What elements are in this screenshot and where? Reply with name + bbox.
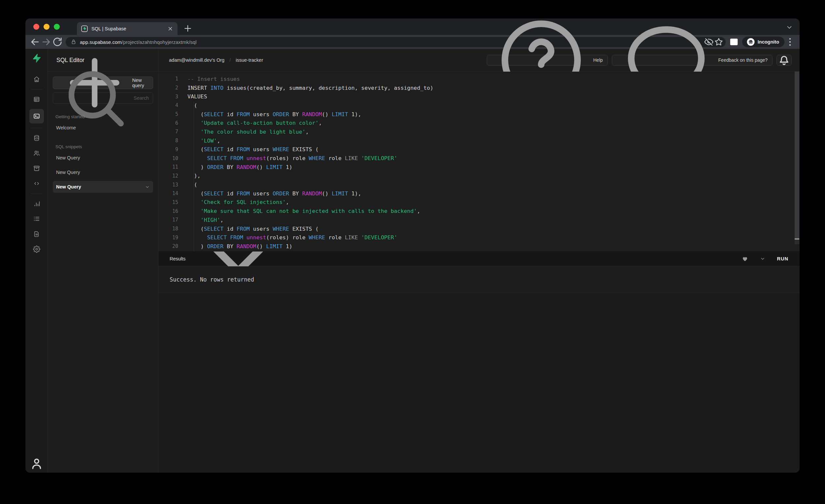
code-line-7[interactable]: 7 'The color should be light blue', — [158, 127, 800, 136]
account-icon[interactable] — [25, 456, 48, 471]
side-panel-icon[interactable] — [728, 36, 740, 48]
bar-chart-icon — [33, 200, 40, 207]
tab-title: SQL | Supabase — [91, 26, 167, 31]
code-line-9[interactable]: 9 (SELECT id FROM users WHERE EXISTS ( — [158, 145, 800, 154]
rail-item-storage[interactable] — [25, 161, 48, 176]
sidebar-item-new-query[interactable]: New Query — [53, 166, 153, 178]
sidebar-section-label: SQL snippets — [56, 144, 150, 149]
line-number: 3 — [158, 94, 178, 100]
sidebar-item-label: New Query — [56, 170, 80, 175]
code-text: SELECT FROM unnest(roles) role WHERE rol… — [178, 155, 397, 161]
code-line-15[interactable]: 15 'Check for SQL injections', — [158, 198, 800, 207]
code-line-6[interactable]: 6 'Update call-to-action button color', — [158, 119, 800, 127]
breadcrumb-org[interactable]: adam@windmill.dev's Org — [169, 57, 224, 63]
code-line-8[interactable]: 8 'LOW', — [158, 136, 800, 145]
rail-item-authentication[interactable] — [25, 146, 48, 161]
new-query-button-label: New query — [132, 78, 149, 88]
sidebar-item-new-query[interactable]: New Query — [53, 181, 153, 193]
favorite-heart-icon[interactable] — [742, 256, 748, 262]
breadcrumb-separator: / — [229, 57, 231, 63]
minimize-window-button[interactable] — [44, 24, 50, 30]
rail-divider — [31, 194, 43, 194]
new-tab-button[interactable] — [183, 23, 193, 33]
notifications-button[interactable] — [776, 55, 792, 66]
code-line-10[interactable]: 10 SELECT FROM unnest(roles) role WHERE … — [158, 154, 800, 163]
tab-close-icon[interactable] — [167, 25, 173, 32]
incognito-badge: Incognito — [742, 37, 784, 47]
line-number: 5 — [158, 111, 178, 117]
browser-menu-kebab-icon[interactable] — [784, 36, 796, 48]
supabase-logo-icon[interactable] — [32, 53, 42, 63]
code-line-18[interactable]: 18 (SELECT id FROM users WHERE EXISTS ( — [158, 224, 800, 233]
scrollbar-thumb[interactable] — [795, 72, 799, 238]
code-text: INSERT INTO issues(created_by, summary, … — [178, 85, 433, 91]
run-options-chevron-icon[interactable] — [760, 256, 765, 262]
help-button[interactable]: Help — [487, 55, 608, 66]
code-line-21[interactable]: 21 ), — [158, 251, 800, 251]
zoom-window-button[interactable] — [54, 24, 60, 30]
code-text: 'Make sure that SQL can not be injected … — [178, 208, 420, 214]
code-text: ) ORDER BY RANDOM() LIMIT 1) — [178, 164, 292, 170]
code-text: 'Update call-to-action button color', — [178, 120, 322, 126]
line-number: 14 — [158, 191, 178, 196]
code-text: 'HIGH', — [178, 217, 223, 223]
lock-icon — [71, 39, 77, 45]
rail-item-settings[interactable] — [25, 241, 48, 257]
code-line-13[interactable]: 13 ( — [158, 180, 800, 189]
code-line-3[interactable]: 3VALUES — [158, 92, 800, 101]
rail-item-logs[interactable] — [25, 211, 48, 226]
rail-item-api[interactable] — [25, 176, 48, 191]
line-number: 16 — [158, 208, 178, 214]
line-number: 6 — [158, 120, 178, 126]
code-line-16[interactable]: 16 'Make sure that SQL can not be inject… — [158, 207, 800, 216]
code-line-5[interactable]: 5 (SELECT id FROM users ORDER BY RANDOM(… — [158, 110, 800, 119]
incognito-spy-icon — [747, 38, 755, 46]
code-line-19[interactable]: 19 SELECT FROM unnest(roles) role WHERE … — [158, 233, 800, 242]
browser-window: SQL | Supabase app.supabase.com/project/… — [25, 18, 800, 473]
line-number: 1 — [158, 76, 178, 82]
feedback-label: Feedback on this page? — [719, 57, 768, 63]
archive-icon — [33, 165, 40, 172]
rail-item-sql-editor-active[interactable] — [29, 109, 44, 124]
main-header: adam@windmill.dev's Org / issue-tracker … — [158, 49, 800, 72]
forward-button[interactable] — [41, 36, 52, 48]
run-button[interactable]: RUN — [777, 256, 789, 262]
editor-scrollbar[interactable] — [795, 72, 799, 251]
code-line-12[interactable]: 12 ), — [158, 172, 800, 181]
line-number: 18 — [158, 226, 178, 232]
code-line-14[interactable]: 14 (SELECT id FROM users ORDER BY RANDOM… — [158, 189, 800, 198]
sidebar-item-new-query[interactable]: New Query — [53, 152, 153, 164]
feedback-button[interactable]: Feedback on this page? — [612, 55, 772, 66]
breadcrumb-project[interactable]: issue-tracker — [236, 57, 263, 63]
tab-search-chevron-icon[interactable] — [786, 24, 793, 31]
url-text[interactable]: app.supabase.com/project/azahtnhqohyjerz… — [80, 39, 704, 45]
browser-tab[interactable]: SQL | Supabase — [77, 22, 177, 35]
code-line-4[interactable]: 4 ( — [158, 101, 800, 110]
code-text: -- Insert issues — [178, 76, 240, 82]
chevron-down-icon[interactable] — [145, 185, 150, 190]
code-text: 'The color should be light blue', — [178, 129, 309, 135]
rail-item-docs[interactable] — [25, 226, 48, 241]
rail-item-table-editor[interactable] — [25, 92, 48, 107]
back-button[interactable] — [29, 36, 41, 48]
code-line-17[interactable]: 17 'HIGH', — [158, 216, 800, 224]
sql-editor-sidebar: SQL Editor New query Search Getting star… — [48, 49, 158, 473]
rail-item-database[interactable] — [25, 130, 48, 146]
sql-code-editor[interactable]: 1-- Insert issues2INSERT INTO issues(cre… — [158, 72, 800, 251]
rail-item-home[interactable] — [25, 72, 48, 87]
table-icon — [33, 96, 40, 103]
line-number: 7 — [158, 129, 178, 135]
code-line-20[interactable]: 20 ) ORDER BY RANDOM() LIMIT 1) — [158, 242, 800, 251]
close-window-button[interactable] — [33, 24, 39, 30]
main-panel: adam@windmill.dev's Org / issue-tracker … — [158, 49, 800, 473]
code-line-2[interactable]: 2INSERT INTO issues(created_by, summary,… — [158, 83, 800, 92]
search-input[interactable]: Search — [53, 92, 153, 103]
sidebar-item-label: New Query — [56, 155, 80, 160]
line-number: 20 — [158, 243, 178, 249]
rail-item-reports[interactable] — [25, 196, 48, 211]
code-line-1[interactable]: 1-- Insert issues — [158, 75, 800, 83]
code-text: (SELECT id FROM users ORDER BY RANDOM() … — [178, 111, 361, 118]
database-icon — [33, 134, 40, 142]
file-text-icon — [33, 230, 40, 238]
code-line-11[interactable]: 11 ) ORDER BY RANDOM() LIMIT 1) — [158, 163, 800, 172]
